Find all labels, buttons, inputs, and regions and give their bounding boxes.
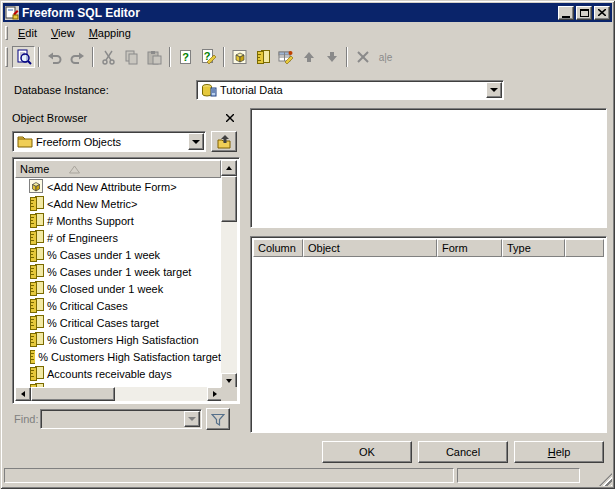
list-item[interactable]: % Cases under 1 week target [15, 263, 221, 280]
list-item[interactable]: % Customers High Satisfaction target [15, 348, 221, 365]
undo-icon [47, 50, 62, 65]
chevron-down-icon [188, 417, 196, 425]
metric-icon [29, 281, 44, 296]
ok-button[interactable]: OK [322, 441, 412, 463]
menu-bar: Edit View Mapping [3, 23, 612, 43]
copy-button [120, 46, 143, 68]
column-header-column[interactable]: Column [253, 239, 303, 257]
menu-mapping[interactable]: Mapping [82, 25, 138, 41]
list-item[interactable]: Accounts receivable days [15, 365, 221, 382]
list-item-label: % Customers High Satisfaction [47, 334, 199, 346]
database-instance-dropdown-button[interactable] [486, 82, 502, 98]
list-item-label: <Add New Metric> [47, 198, 137, 210]
metric-icon [29, 247, 44, 262]
list-item[interactable]: <Add New Attribute Form> [15, 178, 221, 195]
delete-x-icon [356, 50, 370, 64]
sql-statement-panel[interactable] [250, 108, 607, 228]
chevron-down-icon [192, 140, 200, 148]
minimize-button[interactable] [558, 6, 574, 20]
list-item[interactable]: % Critical Cases target [15, 314, 221, 331]
horizontal-scrollbar[interactable] [15, 387, 223, 401]
toolbar-separator [223, 47, 225, 67]
chevron-down-icon [490, 88, 498, 96]
list-item-label: % Cases under 1 week target [47, 266, 191, 278]
edit-sql-button[interactable]: ? [197, 46, 220, 68]
scroll-up-button[interactable] [221, 160, 237, 176]
list-item-label: <Add New Attribute Form> [47, 181, 177, 193]
redo-icon [70, 50, 85, 65]
list-item-label: % Closed under 1 week [47, 283, 163, 295]
triangle-left-icon [18, 391, 25, 397]
help-button[interactable]: Help [514, 441, 604, 463]
vertical-scroll-thumb[interactable] [221, 176, 237, 222]
column-header-object[interactable]: Object [303, 239, 437, 257]
object-source-dropdown-button[interactable] [188, 133, 204, 150]
triangle-right-icon [213, 391, 220, 397]
object-browser-close-button[interactable] [222, 111, 237, 125]
up-one-level-button[interactable] [211, 131, 237, 152]
database-instance-combobox[interactable]: Tutorial Data [196, 80, 504, 100]
list-item[interactable]: % Critical Cases [15, 297, 221, 314]
toolbar-grip[interactable] [5, 47, 8, 67]
metric-icon [29, 366, 44, 381]
close-icon [598, 9, 606, 16]
arrow-down-icon [325, 50, 339, 64]
add-attribute-form-button[interactable] [228, 46, 251, 68]
mapping-table-body[interactable] [253, 257, 604, 430]
rename-icon: a|e [379, 52, 393, 63]
redo-button [66, 46, 89, 68]
object-source-combobox[interactable]: Freeform Objects [12, 131, 206, 152]
menu-edit[interactable]: Edit [11, 25, 44, 41]
find-dropdown-button [184, 411, 200, 427]
add-metric-button[interactable] [251, 46, 274, 68]
list-item-label: % Critical Cases [47, 300, 128, 312]
list-item[interactable]: % Customers High Satisfaction [15, 331, 221, 348]
list-item[interactable]: % Closed under 1 week [15, 280, 221, 297]
menu-grip[interactable] [5, 26, 8, 40]
status-bar-panel [4, 468, 454, 483]
app-icon[interactable] [5, 6, 19, 20]
object-source-value: Freeform Objects [36, 136, 121, 148]
column-header-filler [565, 239, 604, 257]
database-icon [201, 83, 217, 98]
metric-icon [29, 213, 44, 228]
vertical-scrollbar[interactable] [221, 160, 237, 389]
list-item[interactable]: # Months Support [15, 212, 221, 229]
filter-funnel-icon [211, 413, 225, 426]
maximize-button[interactable] [576, 6, 592, 20]
name-column-header[interactable]: Name [15, 160, 221, 178]
mapping-icon [278, 49, 294, 65]
svg-text:?: ? [182, 50, 189, 62]
menu-view[interactable]: View [44, 25, 82, 41]
horizontal-scroll-thumb[interactable] [31, 387, 115, 401]
list-item-label: % Customers High Satisfaction target [38, 351, 221, 363]
scroll-left-button[interactable] [15, 387, 31, 401]
undo-button [43, 46, 66, 68]
sql-preview-button[interactable] [12, 46, 35, 68]
freeform-sql-editor-window: Freeform SQL Editor Edit View Mapping [0, 0, 615, 489]
close-icon [226, 114, 234, 122]
window-title: Freeform SQL Editor [22, 6, 556, 20]
list-item[interactable]: # of Engineers [15, 229, 221, 246]
filter-button[interactable] [206, 408, 230, 430]
insert-help-button[interactable]: ? [174, 46, 197, 68]
list-item[interactable]: % Cases under 1 week [15, 246, 221, 263]
toolbar-separator [38, 47, 40, 67]
database-instance-value: Tutorial Data [220, 84, 283, 96]
rename-button: a|e [374, 46, 397, 68]
object-list-viewport: <Add New Attribute Form> <Add New Metric… [15, 178, 221, 387]
copy-icon [124, 50, 139, 65]
column-header-type[interactable]: Type [502, 239, 565, 257]
list-item[interactable]: <Add New Metric> [15, 195, 221, 212]
column-header-form[interactable]: Form [437, 239, 502, 257]
cancel-button[interactable]: Cancel [418, 441, 508, 463]
metric-icon [255, 49, 271, 65]
edit-mapping-button[interactable] [274, 46, 297, 68]
help-page-icon: ? [178, 50, 193, 65]
metric-icon [29, 298, 44, 313]
folder-icon [17, 135, 33, 148]
close-button[interactable] [594, 6, 610, 20]
title-bar: Freeform SQL Editor [3, 3, 612, 22]
resize-grip[interactable] [599, 473, 612, 486]
attribute-form-icon [29, 179, 44, 194]
